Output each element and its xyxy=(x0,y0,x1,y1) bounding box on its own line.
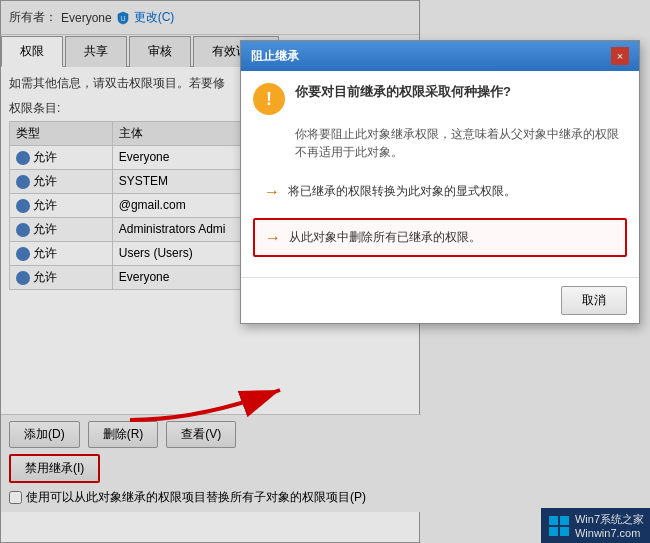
option-arrow-1: → xyxy=(264,183,280,201)
cancel-button[interactable]: 取消 xyxy=(561,286,627,315)
option-text-1: 将已继承的权限转换为此对象的显式权限。 xyxy=(288,182,516,200)
dialog-body: ! 你要对目前继承的权限采取何种操作? 你将要阻止此对象继承权限，这意味着从父对… xyxy=(241,71,639,277)
question-row: ! 你要对目前继承的权限采取何种操作? xyxy=(253,83,627,115)
option-arrow-2: → xyxy=(265,229,281,247)
warning-icon: ! xyxy=(253,83,285,115)
dialog-title: 阻止继承 xyxy=(251,48,299,65)
dialog-titlebar: 阻止继承 × xyxy=(241,41,639,71)
option-delete[interactable]: → 从此对象中删除所有已继承的权限。 xyxy=(253,218,627,257)
dialog-footer: 取消 xyxy=(241,277,639,323)
block-inheritance-dialog: 阻止继承 × ! 你要对目前继承的权限采取何种操作? 你将要阻止此对象继承权限，… xyxy=(240,40,640,324)
question-text: 你要对目前继承的权限采取何种操作? xyxy=(295,83,511,101)
option-text-2: 从此对象中删除所有已继承的权限。 xyxy=(289,228,481,246)
option-convert[interactable]: → 将已继承的权限转换为此对象的显式权限。 xyxy=(253,173,627,210)
dialog-close-button[interactable]: × xyxy=(611,47,629,65)
dialog-description: 你将要阻止此对象继承权限，这意味着从父对象中继承的权限不再适用于此对象。 xyxy=(253,125,627,161)
